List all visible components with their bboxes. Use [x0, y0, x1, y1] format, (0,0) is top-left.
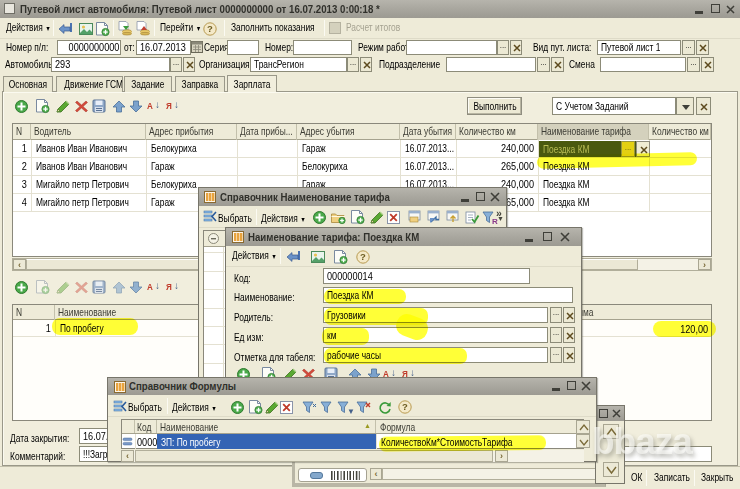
svg-text:▼: ▼: [347, 407, 355, 416]
svg-text:?: ?: [207, 23, 213, 34]
svg-text:?: ?: [360, 251, 366, 262]
svg-text:?: ?: [402, 401, 408, 412]
svg-text:R: R: [492, 217, 498, 226]
